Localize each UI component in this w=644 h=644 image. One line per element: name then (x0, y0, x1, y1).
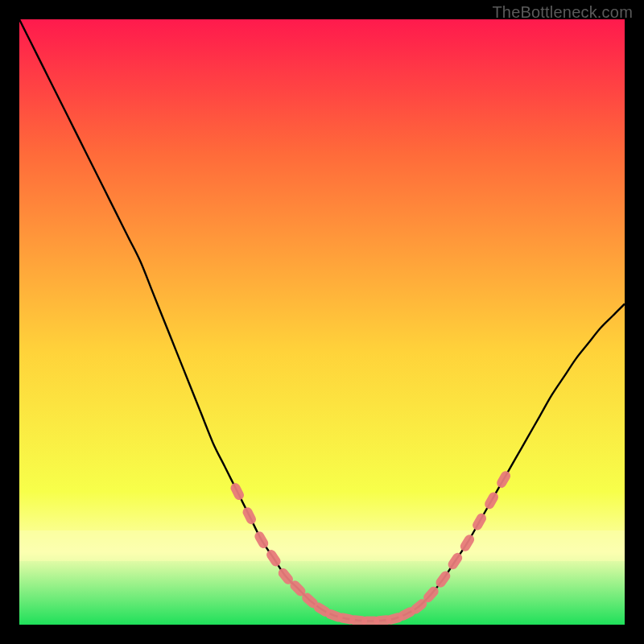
highlight-band (19, 530, 625, 561)
watermark-text: TheBottleneck.com (492, 3, 633, 22)
chart-svg (19, 19, 625, 625)
chart-stage: TheBottleneck.com (0, 0, 644, 644)
plot-area (19, 19, 625, 625)
